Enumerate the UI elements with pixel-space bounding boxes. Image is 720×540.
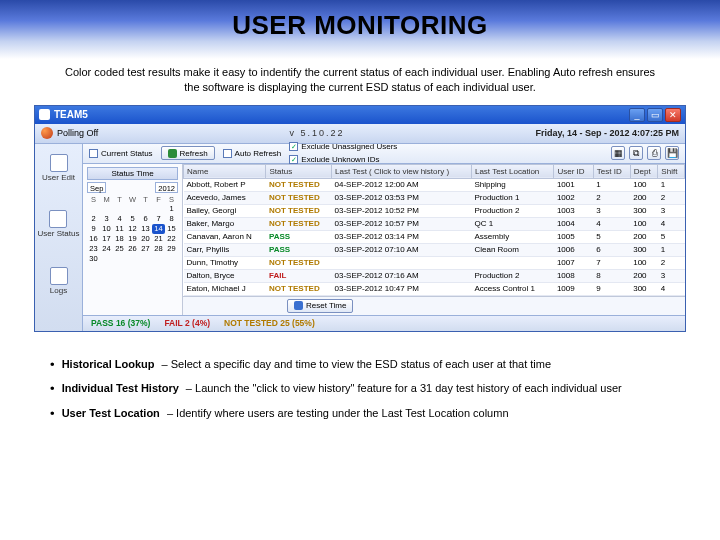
calendar-day-cell[interactable]: 30 bbox=[87, 254, 100, 264]
table-column-header[interactable]: Last Test Location bbox=[471, 164, 553, 178]
calendar-day-cell[interactable]: 21 bbox=[152, 234, 165, 244]
calendar-day-cell[interactable]: 25 bbox=[113, 244, 126, 254]
close-button[interactable]: ✕ bbox=[665, 108, 681, 122]
table-column-header[interactable]: User ID bbox=[554, 164, 593, 178]
table-row[interactable]: Bailey, GeorgiNOT TESTED03-SEP-2012 10:5… bbox=[184, 204, 685, 217]
calendar-day-cell[interactable]: 28 bbox=[152, 244, 165, 254]
calendar-day-cell[interactable]: 26 bbox=[126, 244, 139, 254]
table-cell: FAIL bbox=[266, 269, 332, 282]
maximize-button[interactable]: ▭ bbox=[647, 108, 663, 122]
table-cell: 300 bbox=[630, 204, 658, 217]
export-excel-button[interactable]: ▦ bbox=[611, 146, 625, 160]
minimize-button[interactable]: _ bbox=[629, 108, 645, 122]
calendar-day-cell[interactable]: 5 bbox=[126, 214, 139, 224]
table-cell: Canavan, Aaron N bbox=[184, 230, 266, 243]
calendar-grid[interactable]: 1234567891011121314151617181920212223242… bbox=[87, 204, 178, 264]
calendar-day-cell[interactable]: 3 bbox=[100, 214, 113, 224]
table-cell: 8 bbox=[593, 269, 630, 282]
table-column-header[interactable]: Name bbox=[184, 164, 266, 178]
brand-logo-icon bbox=[41, 127, 53, 139]
refresh-button[interactable]: Refresh bbox=[161, 146, 215, 160]
bullet-icon: • bbox=[50, 357, 55, 372]
current-status-label: Current Status bbox=[101, 149, 153, 158]
calendar-day-cell[interactable]: 29 bbox=[165, 244, 178, 254]
calendar-day-cell[interactable]: 13 bbox=[139, 224, 152, 234]
table-cell: Shipping bbox=[471, 178, 553, 191]
calendar-day-cell[interactable]: 15 bbox=[165, 224, 178, 234]
nav-user-edit[interactable]: User Edit bbox=[42, 154, 75, 183]
table-cell: 2 bbox=[593, 191, 630, 204]
table-row[interactable]: Abbott, Robert PNOT TESTED04-SEP-2012 12… bbox=[184, 178, 685, 191]
calendar-day-cell bbox=[152, 254, 165, 264]
calendar-day-cell[interactable]: 20 bbox=[139, 234, 152, 244]
calendar-day-cell[interactable]: 24 bbox=[100, 244, 113, 254]
nav-user-status[interactable]: User Status bbox=[38, 210, 80, 239]
title-band: USER MONITORING bbox=[0, 0, 720, 59]
calendar-day-cell[interactable]: 19 bbox=[126, 234, 139, 244]
table-row[interactable]: Dalton, BryceFAIL03-SEP-2012 07:16 AMPro… bbox=[184, 269, 685, 282]
bullet-icon: • bbox=[50, 381, 55, 396]
app-window: TEAM5 _ ▭ ✕ Polling Off v 5.10.22 Friday… bbox=[34, 105, 686, 332]
table-cell: 200 bbox=[630, 191, 658, 204]
table-cell: NOT TESTED bbox=[266, 217, 332, 230]
print-button[interactable]: ⎙ bbox=[647, 146, 661, 160]
table-cell: 1008 bbox=[554, 269, 593, 282]
table-cell: Assembly bbox=[471, 230, 553, 243]
calendar-dow-cell: W bbox=[126, 195, 139, 204]
calendar-day-cell[interactable]: 16 bbox=[87, 234, 100, 244]
calendar-day-cell[interactable]: 14 bbox=[152, 224, 165, 234]
calendar-dow-cell: S bbox=[165, 195, 178, 204]
calendar-day-cell[interactable]: 1 bbox=[165, 204, 178, 214]
save-button[interactable]: 💾 bbox=[665, 146, 679, 160]
calendar-dow-cell: S bbox=[87, 195, 100, 204]
calendar-day-cell[interactable]: 27 bbox=[139, 244, 152, 254]
calendar-day-cell[interactable]: 7 bbox=[152, 214, 165, 224]
nav-user-edit-label: User Edit bbox=[42, 173, 75, 182]
table-row[interactable]: Acevedo, JamesNOT TESTED03-SEP-2012 03:5… bbox=[184, 191, 685, 204]
table-row[interactable]: Carr, PhyllisPASS03-SEP-2012 07:10 AMCle… bbox=[184, 243, 685, 256]
current-status-checkbox[interactable]: Current Status bbox=[89, 147, 153, 159]
calendar-day-cell[interactable]: 12 bbox=[126, 224, 139, 234]
table-column-header[interactable]: Test ID bbox=[593, 164, 630, 178]
calendar-day-cell[interactable]: 18 bbox=[113, 234, 126, 244]
calendar-day-cell bbox=[139, 254, 152, 264]
calendar-day-cell[interactable]: 22 bbox=[165, 234, 178, 244]
calendar-day-cell[interactable]: 17 bbox=[100, 234, 113, 244]
table-cell: 4 bbox=[658, 282, 685, 295]
year-select[interactable]: 2012 bbox=[155, 182, 178, 193]
calendar-day-cell[interactable]: 2 bbox=[87, 214, 100, 224]
table-cell: NOT TESTED bbox=[266, 256, 332, 269]
table-cell: 1007 bbox=[554, 256, 593, 269]
copy-button[interactable]: ⧉ bbox=[629, 146, 643, 160]
auto-refresh-checkbox[interactable]: Auto Refresh bbox=[223, 147, 282, 159]
calendar-day-cell[interactable]: 23 bbox=[87, 244, 100, 254]
calendar-day-cell[interactable]: 11 bbox=[113, 224, 126, 234]
table-row[interactable]: Canavan, Aaron NPASS03-SEP-2012 03:14 PM… bbox=[184, 230, 685, 243]
table-row[interactable]: Eaton, Michael JNOT TESTED03-SEP-2012 10… bbox=[184, 282, 685, 295]
calendar-day-cell[interactable]: 4 bbox=[113, 214, 126, 224]
calendar-day-cell[interactable]: 6 bbox=[139, 214, 152, 224]
calendar-day-cell[interactable]: 9 bbox=[87, 224, 100, 234]
table-row[interactable]: Dunn, TimothyNOT TESTED100771002 bbox=[184, 256, 685, 269]
bullet-label: Individual Test History bbox=[62, 382, 179, 394]
table-column-header[interactable]: Dept bbox=[630, 164, 658, 178]
calendar-day-cell[interactable]: 10 bbox=[100, 224, 113, 234]
table-cell: 200 bbox=[630, 269, 658, 282]
table-cell: 7 bbox=[593, 256, 630, 269]
reset-time-button[interactable]: Reset Time bbox=[287, 299, 353, 313]
table-column-header[interactable]: Shift bbox=[658, 164, 685, 178]
nav-logs[interactable]: Logs bbox=[50, 267, 68, 296]
table-cell: Abbott, Robert P bbox=[184, 178, 266, 191]
table-cell: 1003 bbox=[554, 204, 593, 217]
version-label: v 5.10.22 bbox=[289, 128, 344, 138]
table-row[interactable]: Baker, MargoNOT TESTED03-SEP-2012 10:57 … bbox=[184, 217, 685, 230]
table-cell: Carr, Phyllis bbox=[184, 243, 266, 256]
calendar-day-cell[interactable]: 8 bbox=[165, 214, 178, 224]
table-cell: 4 bbox=[658, 217, 685, 230]
table-column-header[interactable]: Status bbox=[266, 164, 332, 178]
exclude-unassigned-checkbox[interactable]: ✓ Exclude Unassigned Users bbox=[289, 141, 397, 153]
table-column-header[interactable]: Last Test ( Click to view history ) bbox=[331, 164, 471, 178]
exclude-unassigned-label: Exclude Unassigned Users bbox=[301, 142, 397, 151]
month-select[interactable]: Sep bbox=[87, 182, 106, 193]
table-cell: PASS bbox=[266, 243, 332, 256]
